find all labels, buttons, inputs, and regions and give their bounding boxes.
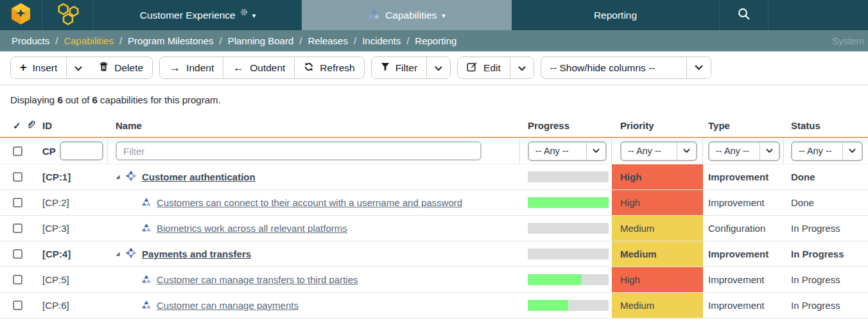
id-filter-input[interactable]: [60, 141, 103, 161]
breadcrumb-separator: /: [219, 35, 221, 46]
breadcrumb-item-planning-board[interactable]: Planning Board: [227, 35, 295, 46]
breadcrumb-separator: /: [119, 35, 122, 46]
refresh-button[interactable]: Refresh: [294, 57, 363, 78]
type-cell: Improvement: [703, 190, 784, 215]
row-checkbox[interactable]: [13, 223, 22, 233]
collapse-caret-icon[interactable]: [116, 252, 120, 256]
refresh-label: Refresh: [320, 62, 354, 74]
type-label: Configuration: [708, 223, 765, 234]
filter-dropdown-button[interactable]: [426, 57, 450, 78]
filter-button[interactable]: Filter: [372, 57, 426, 78]
breadcrumb-item-reporting[interactable]: Reporting: [413, 35, 458, 46]
breadcrumb-item-capabilities[interactable]: Capabilities: [62, 35, 115, 46]
edit-group: Edit: [457, 57, 534, 79]
name-filter-input[interactable]: [116, 141, 482, 161]
summary-shown-count: 6: [57, 94, 62, 105]
status-label: Done: [791, 197, 814, 208]
name-inner: Biometrics work across all relevant plat…: [108, 223, 347, 234]
collapse-caret-icon[interactable]: [116, 175, 120, 179]
column-header-name[interactable]: Name: [108, 120, 520, 131]
summary-text: capabilities for this program.: [100, 94, 221, 105]
capability-icon: [141, 300, 152, 311]
row-select-cell: [0, 164, 30, 189]
capability-link[interactable]: Biometrics work across all relevant plat…: [157, 223, 347, 234]
status-label: Done: [791, 171, 815, 182]
type-label: Improvement: [708, 197, 765, 208]
row-checkbox[interactable]: [13, 172, 22, 182]
priority-label: High: [620, 274, 640, 285]
check-icon[interactable]: ✓: [13, 120, 21, 132]
edit-dropdown-button[interactable]: [510, 57, 534, 78]
indent-button[interactable]: → Indent: [160, 57, 223, 78]
priority-cell: Medium: [612, 241, 703, 266]
column-header-type[interactable]: Type: [703, 120, 784, 131]
row-checkbox[interactable]: [13, 198, 22, 207]
type-label: Improvement: [708, 171, 768, 182]
table-body: [CP:1]: [0, 164, 868, 319]
status-cell: In Progress: [784, 241, 868, 266]
breadcrumb-item-releases[interactable]: Releases: [306, 35, 349, 46]
outdent-button[interactable]: ← Outdent: [223, 57, 294, 78]
delete-button[interactable]: Delete: [90, 57, 152, 78]
gear-icon: [240, 8, 248, 16]
capability-link[interactable]: Customers can connect to their account w…: [157, 197, 462, 208]
nav-tab-capabilities[interactable]: Capabilities ▾: [302, 0, 512, 30]
column-header-progress[interactable]: Progress: [520, 120, 612, 131]
header-select-attach: ✓: [0, 119, 30, 132]
capability-parent-icon: [125, 247, 137, 261]
progress-bar: [528, 249, 609, 259]
breadcrumb-item-products[interactable]: Products: [10, 35, 51, 46]
breadcrumb-separator: /: [299, 35, 302, 46]
app-logo[interactable]: [0, 0, 42, 30]
insert-dropdown-button[interactable]: [66, 57, 90, 78]
refresh-icon: [304, 62, 314, 74]
row-checkbox[interactable]: [13, 301, 22, 310]
status-filter-select[interactable]: -- Any --: [791, 141, 863, 161]
show-hide-columns-select[interactable]: -- Show/hide columns --: [541, 57, 711, 79]
breadcrumb-list: Products/Capabilities/Program Milestones…: [10, 35, 458, 46]
workspace-menu[interactable]: Customer Experience ▾: [94, 0, 302, 30]
filter-id-cell: CP: [30, 138, 108, 164]
row-select-cell: [0, 293, 30, 318]
status-cell: In Progress: [784, 216, 868, 241]
capability-link[interactable]: Customer authentication: [142, 171, 256, 182]
insert-button[interactable]: + Insert: [11, 57, 66, 78]
row-checkbox[interactable]: [13, 275, 22, 284]
progress-filter-select[interactable]: -- Any --: [528, 141, 607, 161]
progress-cell: [520, 267, 612, 292]
name-inner: Customer can manage payments: [108, 300, 299, 311]
capability-link[interactable]: Customer can manage transfers to third p…: [157, 274, 358, 285]
progress-cell: [520, 216, 612, 241]
breadcrumb: Products/Capabilities/Program Milestones…: [0, 30, 868, 51]
delete-label: Delete: [114, 62, 143, 74]
column-header-status[interactable]: Status: [784, 120, 868, 131]
column-header-priority[interactable]: Priority: [612, 120, 703, 131]
insert-delete-group: + Insert Delete: [10, 57, 153, 79]
indent-outdent-refresh-group: → Indent ← Outdent Refresh: [159, 57, 365, 79]
breadcrumb-item-program-milestones[interactable]: Program Milestones: [126, 35, 214, 46]
priority-cell: High: [612, 190, 703, 215]
column-header-id[interactable]: ID: [30, 120, 108, 131]
name-inner: Customer authentication: [108, 170, 256, 184]
edit-button[interactable]: Edit: [458, 57, 510, 78]
search-button[interactable]: [719, 0, 768, 30]
name-cell: Customer authentication: [108, 164, 520, 189]
nav-tab-reporting[interactable]: Reporting: [512, 0, 719, 30]
filter-row: CP -- Any -- -- Any -- -- Any --: [0, 138, 868, 164]
nav-tab-label: Reporting: [594, 10, 637, 21]
summary-text: out of: [65, 94, 90, 105]
capability-icon: [141, 274, 152, 286]
row-checkbox[interactable]: [13, 249, 22, 259]
program-home-button[interactable]: [42, 0, 94, 30]
select-all-checkbox[interactable]: [13, 146, 22, 156]
type-filter-select[interactable]: -- Any --: [708, 141, 780, 161]
any-option-label: -- Any --: [709, 143, 759, 160]
name-cell: Biometrics work across all relevant plat…: [108, 216, 520, 241]
status-label: In Progress: [791, 249, 844, 259]
name-inner: Customer can manage transfers to third p…: [108, 274, 358, 286]
capability-link[interactable]: Payments and transfers: [142, 249, 251, 259]
summary-text: Displaying: [10, 94, 55, 105]
priority-filter-select[interactable]: -- Any --: [620, 141, 697, 161]
breadcrumb-item-incidents[interactable]: Incidents: [361, 35, 402, 46]
capability-link[interactable]: Customer can manage payments: [157, 300, 299, 311]
